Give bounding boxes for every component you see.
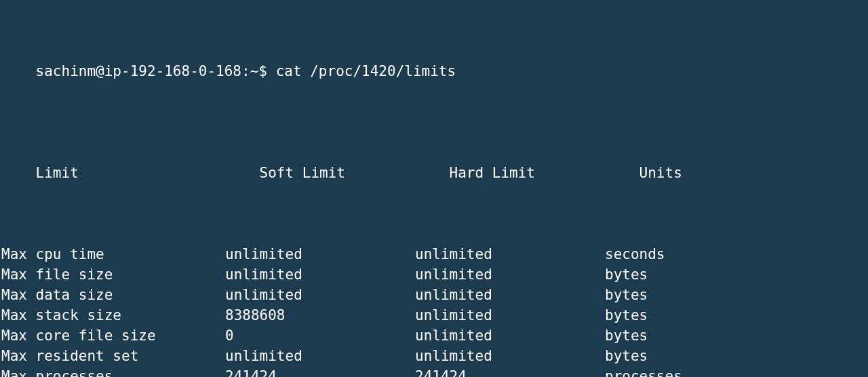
cell-soft: 8388608: [225, 305, 415, 325]
prompt-line: sachinm@ip-192-168-0-168:~$ cat /proc/14…: [1, 41, 868, 102]
cell-soft: unlimited: [225, 264, 415, 285]
table-row: Max stack size8388608unlimitedbytes: [1, 305, 868, 325]
cell-hard: unlimited: [415, 285, 605, 305]
cell-limit: Max processes: [1, 366, 225, 377]
cell-limit: Max data size: [1, 285, 225, 305]
cell-hard: unlimited: [415, 346, 605, 366]
cell-soft: 241424: [225, 366, 415, 377]
cell-hard: unlimited: [415, 305, 605, 325]
cell-units: bytes: [605, 285, 741, 305]
header-limit: Limit: [36, 163, 260, 183]
header-hard: Hard Limit: [450, 163, 639, 183]
cell-hard: unlimited: [415, 244, 605, 264]
table-row: Max data sizeunlimitedunlimitedbytes: [1, 285, 868, 305]
cell-hard: unlimited: [415, 325, 605, 346]
terminal-output[interactable]: sachinm@ip-192-168-0-168:~$ cat /proc/14…: [0, 0, 868, 377]
table-row: Max cpu timeunlimitedunlimitedseconds: [1, 244, 868, 264]
cell-units: processes: [605, 366, 741, 377]
cell-hard: 241424: [415, 366, 605, 377]
cell-soft: unlimited: [225, 244, 415, 264]
cell-units: bytes: [605, 325, 741, 346]
cell-units: bytes: [605, 305, 741, 325]
cell-units: bytes: [605, 346, 741, 366]
prompt-path: ~: [250, 61, 259, 81]
cell-limit: Max resident set: [1, 346, 225, 366]
cell-hard: unlimited: [415, 264, 605, 285]
header-units: Units: [639, 163, 775, 183]
cell-soft: 0: [225, 325, 415, 346]
table-row: Max file sizeunlimitedunlimitedbytes: [1, 264, 868, 285]
cell-soft: unlimited: [225, 346, 415, 366]
cell-units: seconds: [605, 244, 741, 264]
prompt-user-host: sachinm@ip-192-168-0-168: [36, 61, 241, 81]
header-soft: Soft Limit: [260, 163, 450, 183]
command-text: cat /proc/1420/limits: [276, 61, 456, 81]
table-row: Max processes241424241424processes: [1, 366, 868, 377]
cell-limit: Max stack size: [1, 305, 225, 325]
cell-limit: Max file size: [1, 264, 225, 285]
cell-limit: Max core file size: [1, 325, 225, 346]
prompt-symbol: $: [258, 61, 267, 81]
prompt-separator: :: [241, 61, 250, 81]
cell-units: bytes: [605, 264, 741, 285]
cell-limit: Max cpu time: [1, 244, 225, 264]
table-row: Max core file size0unlimitedbytes: [1, 325, 868, 346]
table-row: Max resident setunlimitedunlimitedbytes: [1, 346, 868, 366]
table-header-row: LimitSoft LimitHard LimitUnits: [1, 142, 868, 203]
cell-soft: unlimited: [225, 285, 415, 305]
